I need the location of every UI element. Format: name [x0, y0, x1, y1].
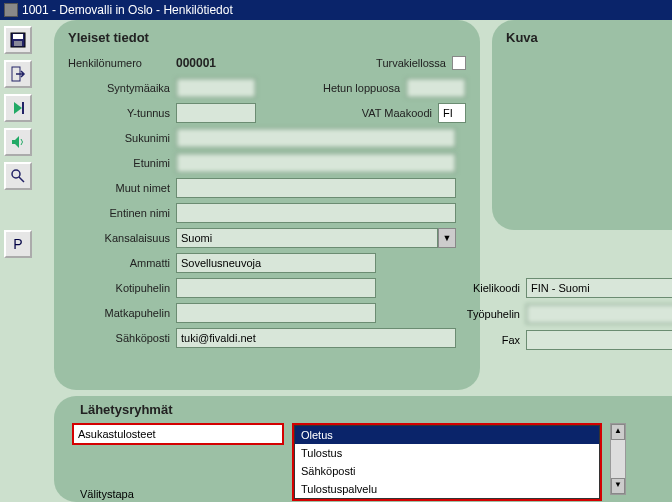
- door-exit-icon: [10, 66, 26, 82]
- muut-label: Muut nimet: [68, 182, 176, 194]
- fax-label: Fax: [440, 334, 520, 346]
- svg-point-5: [12, 170, 20, 178]
- send-title: Lähetysryhmät: [80, 402, 672, 417]
- turvakielto-label: Turvakiellossa: [376, 57, 452, 69]
- syntymaika-label: Syntymäaika: [68, 82, 176, 94]
- valitys-label: Välitystapa: [80, 488, 134, 500]
- matkapuh-input[interactable]: [176, 303, 376, 323]
- scroll-down-icon[interactable]: ▼: [611, 478, 625, 494]
- kotipuh-input[interactable]: [176, 278, 376, 298]
- sahkoposti-input[interactable]: [176, 328, 456, 348]
- kansal-input[interactable]: [176, 228, 438, 248]
- syntymaika-input[interactable]: [176, 78, 256, 98]
- magnify-icon: [10, 168, 26, 184]
- svg-rect-2: [14, 41, 22, 46]
- send-option-2[interactable]: Sähköposti: [295, 462, 599, 480]
- vat-label: VAT Maakoodi: [348, 107, 438, 119]
- letter-p-icon: P: [13, 236, 22, 252]
- kieli-input[interactable]: [526, 278, 672, 298]
- kansal-dropbtn[interactable]: ▼: [438, 228, 456, 248]
- henkno-value: 000001: [176, 56, 276, 70]
- muut-input[interactable]: [176, 178, 456, 198]
- svg-rect-4: [22, 102, 24, 114]
- left-toolbar: P: [0, 20, 48, 502]
- henkno-label: Henkilönumero: [68, 57, 176, 69]
- exit-button[interactable]: [4, 60, 32, 88]
- kansal-label: Kansalaisuus: [68, 232, 176, 244]
- kieli-label: Kielikoodi: [440, 282, 520, 294]
- ytunnus-input[interactable]: [176, 103, 256, 123]
- etunimi-input[interactable]: [176, 153, 456, 173]
- etunimi-label: Etunimi: [68, 157, 176, 169]
- send-field-input[interactable]: [72, 423, 284, 445]
- search-button[interactable]: [4, 162, 32, 190]
- matkapuh-label: Matkapuhelin: [68, 307, 176, 319]
- ytunnus-label: Y-tunnus: [68, 107, 176, 119]
- save-button[interactable]: [4, 26, 32, 54]
- send-dropdown-open[interactable]: Oletus Tulostus Sähköposti Tulostuspalve…: [294, 425, 600, 499]
- send-option-0[interactable]: Oletus: [295, 426, 599, 444]
- svg-rect-1: [13, 34, 23, 39]
- sukunimi-input[interactable]: [176, 128, 456, 148]
- forward-button[interactable]: [4, 94, 32, 122]
- kotipuh-label: Kotipuhelin: [68, 282, 176, 294]
- send-option-1[interactable]: Tulostus: [295, 444, 599, 462]
- hetun-label: Hetun loppuosa: [316, 82, 406, 94]
- speaker-icon: [10, 134, 26, 150]
- kuva-title: Kuva: [506, 30, 672, 45]
- tyopuh-input[interactable]: [526, 304, 672, 324]
- ammatti-label: Ammatti: [68, 257, 176, 269]
- tyopuh-label: Työpuhelin: [440, 308, 520, 320]
- print-button[interactable]: P: [4, 230, 32, 258]
- scroll-up-icon[interactable]: ▲: [611, 424, 625, 440]
- floppy-icon: [10, 32, 26, 48]
- window-title: 1001 - Demovalli in Oslo - Henkilötiedot: [22, 0, 233, 20]
- app-icon: [4, 3, 18, 17]
- general-panel: Yleiset tiedot Henkilönumero 000001 Turv…: [54, 20, 480, 390]
- hetun-input[interactable]: [406, 78, 466, 98]
- entinen-input[interactable]: [176, 203, 456, 223]
- play-icon: [10, 100, 26, 116]
- turvakielto-checkbox[interactable]: [452, 56, 466, 70]
- send-option-3[interactable]: Tulostuspalvelu: [295, 480, 599, 498]
- kuva-panel: Kuva: [492, 20, 672, 230]
- general-title: Yleiset tiedot: [68, 30, 466, 45]
- fax-input[interactable]: [526, 330, 672, 350]
- sahkoposti-label: Sähköposti: [68, 332, 176, 344]
- send-panel: Lähetysryhmät Oletus Tulostus Sähköposti…: [54, 396, 672, 502]
- sound-button[interactable]: [4, 128, 32, 156]
- sukunimi-label: Sukunimi: [68, 132, 176, 144]
- send-scrollbar[interactable]: ▲ ▼: [610, 423, 626, 495]
- ammatti-input[interactable]: [176, 253, 376, 273]
- svg-line-6: [19, 177, 24, 182]
- vat-input[interactable]: [438, 103, 466, 123]
- entinen-label: Entinen nimi: [68, 207, 176, 219]
